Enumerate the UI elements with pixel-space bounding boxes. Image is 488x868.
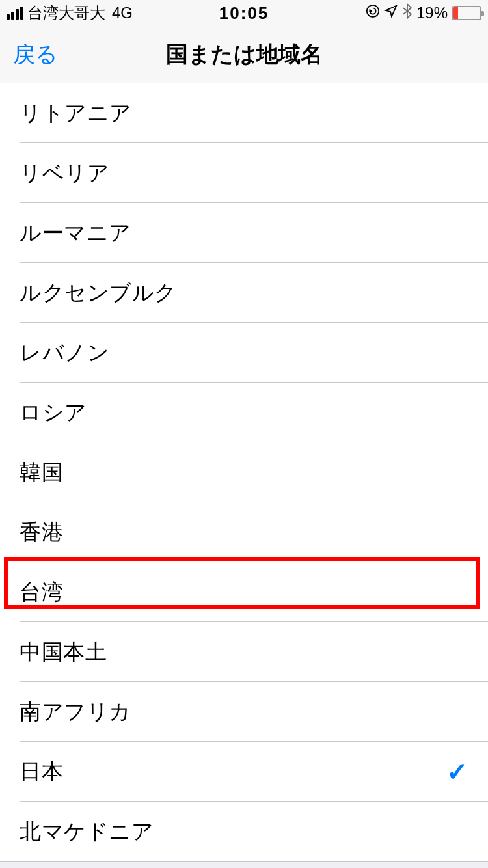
country-label: 台湾 [20,578,63,607]
row-divider [20,861,488,861]
country-row[interactable]: 台湾 [0,562,488,622]
country-row[interactable]: 南アフリカ [0,682,488,742]
country-label: 日本 [20,757,63,787]
country-label: ルーマニア [20,219,131,248]
battery-icon [452,6,481,20]
country-row[interactable]: レバノン [0,323,488,383]
orientation-lock-icon [366,4,380,22]
country-list: リトアニアリベリアルーマニアルクセンブルクレバノンロシア韓国香港台湾中国本土南ア… [0,83,488,861]
country-row[interactable]: 日本✓ [0,742,488,802]
status-bar: 台湾大哥大 4G 10:05 19% [0,0,488,26]
page-title: 国または地域名 [166,40,323,70]
signal-icon [7,7,23,20]
country-row[interactable]: 韓国 [0,442,488,502]
country-label: ロシア [20,398,87,427]
carrier-label: 台湾大哥大 [27,3,105,23]
country-label: 中国本土 [20,638,107,667]
country-label: 香港 [20,518,63,547]
footer-gap [0,861,488,868]
country-row[interactable]: 北マケドニア [0,802,488,861]
country-label: 北マケドニア [20,817,154,847]
status-left: 台湾大哥大 4G [7,3,133,23]
country-label: リトアニア [20,99,132,128]
country-label: 韓国 [20,458,63,487]
country-row[interactable]: 香港 [0,502,488,562]
country-label: レバノン [20,338,109,368]
svg-point-0 [367,5,379,17]
network-label: 4G [112,4,133,22]
clock-label: 10:05 [219,3,269,23]
nav-bar: 戻る 国または地域名 [0,26,488,83]
battery-percent-label: 19% [416,4,448,22]
country-row[interactable]: リトアニア [0,83,488,143]
country-row[interactable]: ルクセンブルク [0,263,488,323]
country-row[interactable]: 中国本土 [0,622,488,682]
status-right: 19% [366,3,481,23]
location-icon [384,4,398,22]
country-row[interactable]: リベリア [0,143,488,203]
country-label: 南アフリカ [20,698,131,727]
country-label: ルクセンブルク [20,278,177,308]
back-button[interactable]: 戻る [13,40,58,70]
country-label: リベリア [20,159,109,188]
bluetooth-icon [402,3,413,23]
country-row[interactable]: ロシア [0,383,488,442]
checkmark-icon: ✓ [446,757,468,787]
country-row[interactable]: ルーマニア [0,203,488,263]
